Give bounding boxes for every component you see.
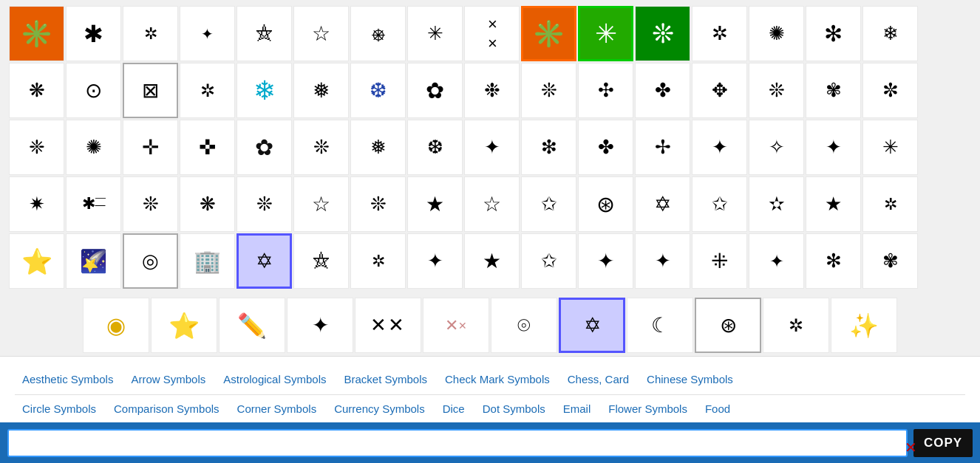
symbol-cell[interactable]: ❈ — [9, 120, 64, 175]
symbol-cell-orange[interactable]: ✳️ — [521, 6, 576, 61]
symbol-cell[interactable]: ✫ — [749, 176, 804, 232]
symbol-cell[interactable]: ⁜ — [692, 233, 747, 289]
symbol-cell[interactable]: ◎ — [123, 233, 178, 289]
symbol-cell[interactable]: ⊛ — [695, 298, 761, 353]
symbol-cell[interactable]: ⊠ — [123, 63, 178, 118]
symbol-cell[interactable]: ⛤ — [293, 233, 349, 289]
symbol-cell[interactable]: ⊛ — [578, 176, 633, 232]
symbol-cell[interactable]: ✳ — [407, 6, 463, 61]
symbol-cell[interactable]: ❊ — [350, 176, 406, 232]
copy-button[interactable]: COPY — [913, 429, 973, 457]
symbol-cell-star-of-david-box[interactable]: ✡ — [559, 298, 625, 353]
symbol-cell[interactable]: ✤ — [635, 63, 690, 118]
category-link-aesthetic[interactable]: Aesthetic Symbols — [15, 368, 120, 390]
symbol-cell[interactable]: ✦ — [692, 120, 747, 175]
symbol-cell[interactable]: ✾ — [862, 233, 918, 289]
symbol-cell-green[interactable]: ✳ — [578, 6, 633, 61]
symbol-cell[interactable]: ⭐ — [151, 298, 217, 353]
symbol-cell[interactable]: ✷ — [9, 176, 64, 232]
symbol-cell[interactable]: ❆ — [407, 120, 463, 175]
symbol-cell[interactable]: ✦ — [578, 233, 633, 289]
category-link-chinese[interactable]: Chinese Symbols — [639, 368, 741, 390]
symbol-cell[interactable]: ✛ — [123, 120, 178, 175]
symbol-cell[interactable]: 🏢 — [180, 233, 235, 289]
symbol-cell[interactable]: ⦾ — [491, 298, 557, 353]
symbol-cell[interactable]: ❄ — [237, 63, 292, 118]
symbol-cell[interactable]: ✩ — [521, 233, 576, 289]
symbol-cell[interactable]: ✲ — [763, 298, 829, 353]
symbol-cell[interactable]: ✿ — [407, 63, 463, 118]
symbol-cell-blue-frame[interactable]: ✡ — [237, 233, 292, 289]
symbol-cell[interactable]: ✦ — [635, 233, 690, 289]
symbol-cell[interactable]: ☾ — [627, 298, 693, 353]
category-link-currency[interactable]: Currency Symbols — [327, 398, 432, 419]
symbol-cell[interactable]: ✲ — [123, 6, 178, 61]
symbol-cell[interactable]: ✏️ — [219, 298, 285, 353]
symbol-cell[interactable]: ✥ — [692, 63, 747, 118]
category-link-dot[interactable]: Dot Symbols — [475, 398, 553, 419]
symbol-cell[interactable]: ❊ — [293, 120, 349, 175]
symbol-cell[interactable]: ⭐ — [9, 233, 64, 289]
symbol-cell[interactable]: ✻ — [806, 233, 861, 289]
symbol-cell[interactable]: ❊ — [749, 63, 804, 118]
symbol-cell[interactable]: ❊ — [237, 176, 292, 232]
symbol-cell[interactable]: ✦ — [749, 233, 804, 289]
symbol-cell[interactable]: ✤ — [578, 120, 633, 175]
category-link-astrological[interactable]: Astrological Symbols — [216, 368, 333, 390]
symbol-cell[interactable]: ❋ — [180, 176, 235, 232]
symbol-cell[interactable]: ✩ — [692, 176, 747, 232]
symbol-cell[interactable]: ⎈ — [350, 6, 406, 61]
category-link-bracket[interactable]: Bracket Symbols — [336, 368, 435, 390]
symbol-cell[interactable]: ★ — [407, 176, 463, 232]
category-link-corner[interactable]: Corner Symbols — [230, 398, 324, 419]
symbol-cell[interactable]: ❊ — [123, 176, 178, 232]
symbol-cell[interactable]: ✳ — [862, 120, 918, 175]
symbol-cell[interactable]: ✦ — [464, 120, 520, 175]
category-link-dice[interactable]: Dice — [435, 398, 472, 419]
symbol-cell[interactable]: ✦ — [806, 120, 861, 175]
symbol-cell[interactable]: ✱ — [66, 6, 121, 61]
symbol-cell[interactable]: ⛤ — [237, 6, 292, 61]
symbol-cell[interactable]: ✲ — [862, 176, 918, 232]
symbol-cell[interactable]: ❉ — [464, 63, 520, 118]
category-link-circle[interactable]: Circle Symbols — [15, 398, 103, 419]
category-link-flower[interactable]: Flower Symbols — [601, 398, 695, 419]
symbol-cell[interactable]: ❄ — [862, 6, 918, 61]
symbol-cell[interactable]: 🌠 — [66, 233, 121, 289]
symbol-cell[interactable]: ✕✕ — [355, 298, 421, 353]
symbol-cell[interactable]: ☆ — [464, 176, 520, 232]
symbol-cell[interactable]: ✡ — [635, 176, 690, 232]
symbol-cell[interactable]: ☆ — [293, 6, 349, 61]
symbol-cell[interactable]: ✲ — [350, 233, 406, 289]
symbol-cell[interactable]: ✲ — [180, 63, 235, 118]
category-link-checkmark[interactable]: Check Mark Symbols — [438, 368, 557, 390]
symbol-cell[interactable]: ⊙ — [66, 63, 121, 118]
symbol-cell[interactable]: ✩ — [521, 176, 576, 232]
symbol-cell[interactable]: ✺ — [749, 6, 804, 61]
symbol-cell[interactable]: ✣ — [578, 63, 633, 118]
symbol-cell[interactable]: ✨ — [831, 298, 897, 353]
symbol-cell[interactable]: ✾ — [806, 63, 861, 118]
category-link-food[interactable]: Food — [698, 398, 738, 419]
symbol-cell[interactable]: ❅ — [350, 120, 406, 175]
category-link-arrow[interactable]: Arrow Symbols — [123, 368, 213, 390]
symbol-cell[interactable]: ✼ — [862, 63, 918, 118]
clear-button[interactable]: ✕ — [905, 439, 917, 456]
symbol-cell[interactable]: ★ — [806, 176, 861, 232]
symbol-cell[interactable]: ◉ — [83, 298, 149, 353]
symbol-cell[interactable]: ★ — [464, 233, 520, 289]
symbol-cell-darkgreen[interactable]: ❊ — [635, 6, 690, 61]
symbol-cell[interactable]: ✺ — [66, 120, 121, 175]
symbol-cell[interactable]: ×× — [464, 6, 520, 61]
category-link-comparison[interactable]: Comparison Symbols — [106, 398, 227, 419]
symbol-cell[interactable]: ❊ — [521, 63, 576, 118]
category-link-chess[interactable]: Chess, Card — [560, 368, 636, 390]
symbol-cell[interactable]: ✢ — [635, 120, 690, 175]
symbol-cell[interactable]: ❋ — [9, 63, 64, 118]
symbol-cell[interactable]: ✲ — [692, 6, 747, 61]
symbol-cell[interactable]: ✜ — [180, 120, 235, 175]
symbol-cell[interactable]: ✳️ — [9, 6, 64, 61]
symbol-cell[interactable]: ✦ — [180, 6, 235, 61]
symbol-cell[interactable]: ❇ — [521, 120, 576, 175]
symbol-cell[interactable]: ✱— — [66, 176, 121, 232]
